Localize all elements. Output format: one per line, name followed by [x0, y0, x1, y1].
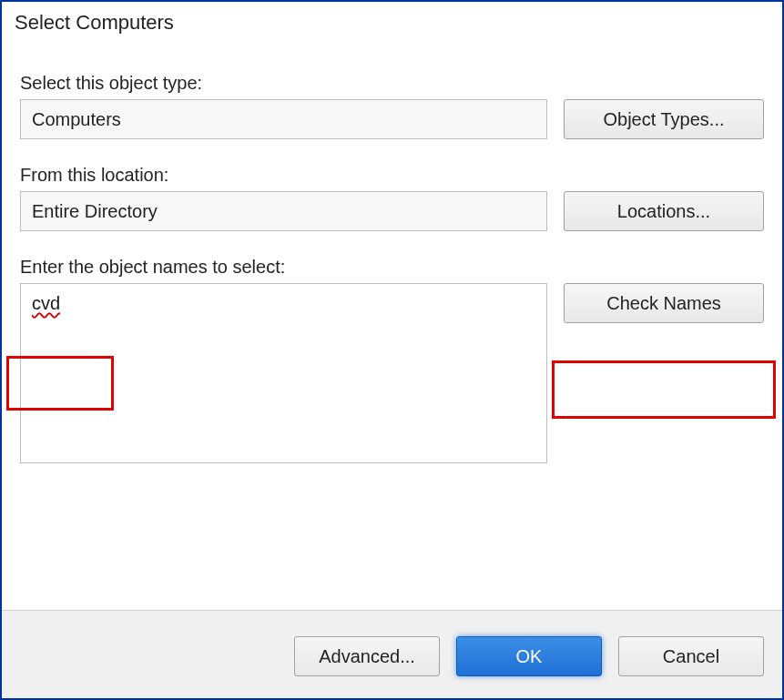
- object-names-value: cvd: [32, 293, 60, 313]
- check-names-button[interactable]: Check Names: [564, 283, 764, 323]
- advanced-button[interactable]: Advanced...: [294, 636, 440, 676]
- location-label: From this location:: [20, 165, 764, 186]
- object-names-label: Enter the object names to select:: [20, 257, 764, 278]
- object-names-input[interactable]: cvd: [20, 283, 547, 463]
- object-type-label: Select this object type:: [20, 73, 764, 94]
- cancel-button[interactable]: Cancel: [618, 636, 764, 676]
- object-types-button[interactable]: Object Types...: [564, 99, 764, 139]
- dialog-footer: Advanced... OK Cancel: [2, 610, 782, 698]
- location-field: Entire Directory: [20, 191, 547, 231]
- ok-button[interactable]: OK: [456, 636, 602, 676]
- object-type-value: Computers: [32, 109, 121, 130]
- location-value: Entire Directory: [32, 201, 158, 222]
- locations-button[interactable]: Locations...: [564, 191, 764, 231]
- dialog-title: Select Computers: [2, 2, 782, 38]
- object-type-field: Computers: [20, 99, 547, 139]
- select-computers-dialog: Select Computers Select this object type…: [0, 0, 784, 700]
- dialog-content: Select this object type: Computers Objec…: [2, 38, 782, 610]
